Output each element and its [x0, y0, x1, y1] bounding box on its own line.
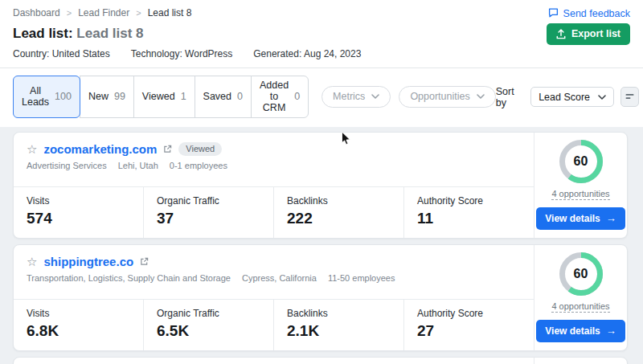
metric-organic-traffic: Organic Traffic37 — [143, 187, 273, 238]
filter-tab-count: 99 — [114, 91, 125, 102]
lead-list: ☆ zocomarketing.com Viewed Advertising S… — [0, 127, 643, 364]
filter-tab-count: 100 — [55, 91, 72, 102]
metric-value: 6.5K — [157, 322, 260, 340]
filter-tab-new[interactable]: New99 — [80, 76, 134, 118]
metric-backlinks: Backlinks2.1K — [273, 300, 403, 350]
lead-domain-link[interactable]: shippingtree.co — [43, 255, 133, 268]
external-link-icon[interactable] — [163, 145, 172, 153]
filter-tab-label: Added to CRM — [260, 80, 289, 113]
sort-by-label: Sort by — [496, 86, 524, 108]
filter-tab-added-to-crm[interactable]: Added to CRM0 — [251, 76, 309, 118]
metric-label: Authority Score — [417, 308, 521, 319]
page-title-label: Lead list: — [13, 26, 73, 41]
send-feedback-label: Send feedback — [563, 8, 630, 19]
page-title: Lead list: Lead list 8 — [13, 26, 630, 42]
metric-label: Visits — [27, 308, 130, 319]
filter-tab-viewed[interactable]: Viewed1 — [133, 76, 195, 118]
filter-tabs: All Leads100New99Viewed1Saved0Added to C… — [13, 76, 309, 118]
lead-card: ☆ amhydro.com Farming Arcata, CA 11-50 e… — [13, 357, 628, 364]
breadcrumb-separator: > — [67, 8, 72, 18]
filter-tab-label: Saved — [203, 91, 231, 102]
lead-score-panel: 60 4 opportunities View details → — [534, 133, 627, 238]
lead-employees: 0-1 employees — [170, 161, 227, 170]
chevron-down-icon — [477, 94, 485, 99]
chevron-down-icon — [598, 95, 606, 100]
view-details-label: View details — [545, 213, 600, 224]
metric-label: Organic Traffic — [157, 308, 260, 319]
send-feedback-link[interactable]: Send feedback — [548, 7, 630, 20]
view-details-button[interactable]: View details → — [536, 320, 625, 342]
metric-label: Backlinks — [287, 195, 391, 207]
page-title-value: Lead list 8 — [76, 26, 143, 41]
metric-visits: Visits574 — [14, 187, 143, 238]
metric-value: 2.1K — [287, 322, 391, 340]
view-details-button[interactable]: View details → — [536, 207, 625, 230]
sort-area: Sort by Lead Score — [496, 86, 639, 108]
lead-industry: Transportation, Logistics, Supply Chain … — [27, 273, 231, 283]
metric-label: Authority Score — [417, 195, 521, 207]
breadcrumb-item-current: Lead list 8 — [148, 7, 192, 18]
breadcrumb-item-lead-finder[interactable]: Lead Finder — [78, 7, 129, 18]
metric-backlinks: Backlinks222 — [273, 187, 403, 238]
sort-selected-value: Lead Score — [539, 92, 590, 103]
arrow-right-icon: → — [606, 325, 616, 337]
metrics-dropdown-button[interactable]: Metrics — [322, 86, 391, 108]
page-meta: Country: United States Technology: WordP… — [13, 48, 630, 59]
opportunities-dropdown-label: Opportunities — [410, 91, 469, 102]
viewed-badge: Viewed — [178, 142, 222, 156]
metric-authority-score: Authority Score27 — [403, 300, 534, 350]
star-icon[interactable]: ☆ — [27, 256, 37, 268]
breadcrumb-separator: > — [136, 8, 141, 18]
metric-label: Organic Traffic — [157, 195, 260, 207]
filter-tab-label: Viewed — [142, 91, 175, 102]
lead-score-donut: 60 — [559, 140, 603, 183]
sort-select[interactable]: Lead Score — [530, 87, 614, 107]
breadcrumb-item-dashboard[interactable]: Dashboard — [13, 7, 60, 18]
arrow-right-icon: → — [606, 212, 616, 224]
metric-value: 574 — [27, 210, 130, 227]
meta-technology: Technology: WordPress — [131, 48, 233, 59]
opportunities-dropdown-button[interactable]: Opportunities — [399, 86, 495, 108]
star-icon[interactable]: ☆ — [27, 143, 37, 155]
metric-value: 37 — [157, 210, 260, 227]
filter-tab-count: 0 — [294, 91, 300, 102]
export-list-label: Export list — [571, 28, 620, 39]
lead-score-panel: 55 3 opportunities View details → — [534, 358, 627, 364]
lead-location: Lehi, Utah — [118, 161, 158, 170]
filter-tab-saved[interactable]: Saved0 — [195, 76, 252, 118]
metric-value: 11 — [417, 210, 521, 227]
breadcrumb: Dashboard > Lead Finder > Lead list 8 — [13, 7, 630, 18]
meta-generated: Generated: Aug 24, 2023 — [253, 48, 361, 59]
export-list-button[interactable]: Export list — [547, 23, 630, 45]
metric-value: 27 — [417, 322, 521, 340]
metric-value: 6.8K — [27, 322, 130, 340]
filter-tab-label: All Leads — [22, 85, 49, 108]
filter-tab-count: 1 — [181, 91, 186, 102]
filters-toolbar: All Leads100New99Viewed1Saved0Added to C… — [0, 68, 643, 127]
filter-tab-count: 0 — [237, 91, 243, 102]
external-link-icon[interactable] — [140, 257, 149, 266]
metric-visits: Visits6.8K — [14, 300, 143, 350]
chevron-down-icon — [371, 94, 379, 99]
feedback-bubble-icon — [548, 7, 559, 20]
metrics-row: Visits6.8KOrganic Traffic6.5KBacklinks2.… — [14, 299, 534, 350]
metrics-dropdown-label: Metrics — [333, 91, 365, 102]
metric-organic-traffic: Organic Traffic6.5K — [143, 300, 273, 350]
metric-label: Visits — [27, 195, 130, 207]
lead-score-donut: 60 — [559, 252, 603, 296]
metrics-row: Visits574Organic Traffic37Backlinks222Au… — [14, 186, 534, 238]
opportunities-link[interactable]: 4 opportunities — [551, 189, 609, 200]
lead-score-value: 60 — [559, 252, 603, 296]
lead-card: ☆ zocomarketing.com Viewed Advertising S… — [13, 132, 628, 239]
sort-direction-button[interactable] — [620, 87, 639, 107]
lead-domain-link[interactable]: zocomarketing.com — [43, 142, 157, 156]
lead-industry: Advertising Services — [27, 161, 107, 170]
filter-tab-all-leads[interactable]: All Leads100 — [13, 76, 80, 118]
meta-country: Country: United States — [13, 48, 110, 59]
view-details-label: View details — [545, 325, 600, 337]
opportunities-link[interactable]: 4 opportunities — [551, 301, 609, 313]
lead-score-panel: 60 4 opportunities View details → — [534, 245, 627, 350]
filter-tab-label: New — [88, 91, 109, 102]
lead-card: ☆ shippingtree.co Transportation, Logist… — [13, 244, 628, 351]
sort-descending-icon — [625, 93, 634, 100]
